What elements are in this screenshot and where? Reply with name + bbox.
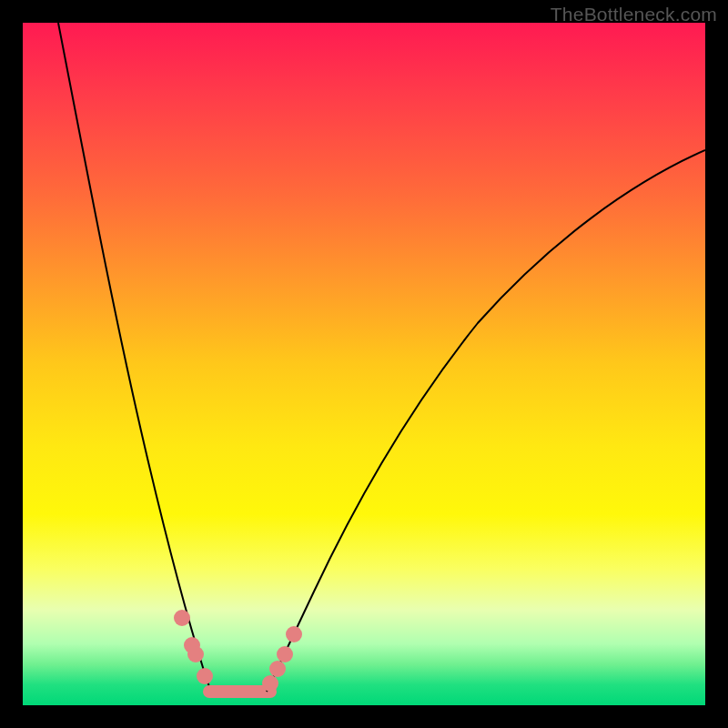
chart-svg bbox=[23, 23, 705, 705]
curve-left bbox=[58, 23, 212, 692]
marker-dot bbox=[269, 661, 286, 677]
marker-dot bbox=[187, 646, 204, 662]
marker-dot bbox=[262, 675, 278, 692]
curve-right bbox=[267, 150, 705, 692]
chart-frame: TheBottleneck.com bbox=[0, 0, 728, 728]
plot-area bbox=[23, 23, 705, 705]
marker-dot bbox=[174, 610, 190, 626]
marker-dot bbox=[286, 626, 302, 642]
marker-dot bbox=[277, 646, 293, 662]
marker-dot bbox=[197, 668, 213, 684]
